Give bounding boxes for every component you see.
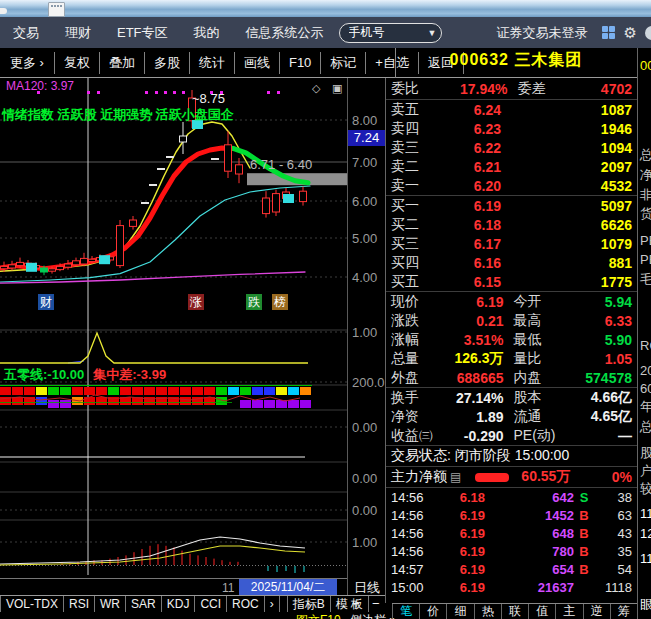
menu-item-1[interactable]: 理财: [52, 17, 104, 48]
chart-badge-3[interactable]: 榜: [272, 294, 288, 310]
bid-row-3-label: 买四: [391, 254, 437, 272]
sentiment-tags: 情绪指数 活跃股 近期强势 活跃小盘国企: [2, 106, 234, 124]
main-menu-bar: 交易理财ETF专区我的信息系统公示 ▼ 证券交易未登录 ⚙: [0, 17, 651, 48]
ask-row-3-volume: 2097: [501, 159, 632, 175]
apps-grid-icon[interactable]: [602, 26, 615, 39]
ask-row-1: 卖四6.231946: [386, 119, 637, 138]
chart-badge-2[interactable]: 跌: [246, 294, 262, 310]
stat-row-0-label1: 现价: [391, 293, 437, 311]
stat-row-2-value2: 5.90: [566, 332, 633, 348]
ask-row-0: 卖五6.241087: [386, 100, 637, 119]
weibi-label: 委比: [391, 80, 437, 98]
phone-dropdown-icon[interactable]: ▼: [428, 28, 437, 38]
phone-number-input[interactable]: [339, 23, 442, 43]
split-window-icon[interactable]: ▣: [332, 82, 342, 95]
stat-row-4-label2: 内盘: [514, 369, 566, 387]
tick-price: 6.19: [435, 508, 485, 523]
stat-row-1-value1: 0.21: [437, 313, 504, 329]
indicator-tab-ROC[interactable]: ROC: [227, 596, 265, 612]
fin-row-0-value1: 27.14%: [437, 390, 504, 406]
indicator-tab-RSI[interactable]: RSI: [64, 596, 95, 612]
indicator-tab-KDJ[interactable]: KDJ: [162, 596, 196, 612]
indicator-tab-SAR[interactable]: SAR: [126, 596, 162, 612]
more-button[interactable]: 更多 ›: [0, 54, 54, 72]
toolbar-button-6[interactable]: 标记: [320, 52, 365, 74]
tick-tab-4[interactable]: 联: [501, 604, 528, 619]
tick-price: 6.18: [435, 490, 485, 505]
bid-row-2-price: 6.17: [437, 236, 501, 252]
menu-item-3[interactable]: 我的: [181, 17, 233, 48]
ask-row-3-price: 6.21: [437, 159, 501, 175]
chart-badge-0[interactable]: 财: [38, 294, 54, 310]
list-icon[interactable]: ▤: [450, 470, 461, 484]
indicator-tab-模板[interactable]: 模 板: [331, 596, 369, 612]
ask-row-2: 卖三6.221094: [386, 138, 637, 157]
right-strip-item-17: 12: [640, 526, 651, 541]
bid-row-0-volume: 5097: [501, 198, 632, 214]
gear-icon[interactable]: ⚙: [624, 24, 637, 42]
indicator-tab-WR[interactable]: WR: [95, 596, 126, 612]
stat-row-1-value2: 6.33: [566, 313, 633, 329]
right-strip-item-16: 11: [640, 506, 651, 521]
bid-row-0-price: 6.19: [437, 198, 501, 214]
login-status[interactable]: 证券交易未登录: [497, 24, 588, 42]
ask-row-4: 卖一6.204532: [386, 176, 637, 195]
indicator-tab-CCI[interactable]: CCI: [195, 596, 227, 612]
ask-row-4-price: 6.20: [437, 178, 501, 194]
fin-row-2-value2: —: [566, 428, 633, 444]
kline-chart-canvas[interactable]: [0, 78, 347, 578]
tick-row-1: 14:566.191452B63: [386, 506, 637, 524]
indicator-tab-指标B[interactable]: 指标B: [287, 596, 331, 612]
range-annotation: 6.71 - 6.40: [250, 157, 312, 172]
date-axis: 11 2025/11/04/二: [0, 578, 347, 595]
stock-name: 三木集团: [514, 51, 582, 68]
menu-item-0[interactable]: 交易: [0, 17, 52, 48]
toolbar-button-4[interactable]: 画线: [234, 52, 279, 74]
toolbar-button-1[interactable]: 叠加: [99, 52, 144, 74]
axis-label-1: 7.00: [352, 155, 377, 170]
diamond-tool-icon[interactable]: ◇: [312, 82, 320, 95]
tick-tab-6[interactable]: 主: [555, 604, 582, 619]
zoom-out-button[interactable]: −: [372, 596, 380, 611]
tick-tab-2[interactable]: 细: [446, 604, 473, 619]
tick-tab-3[interactable]: 热: [474, 604, 501, 619]
tick-tab-0[interactable]: 笔: [392, 604, 419, 619]
right-strip-item-13: 股: [640, 444, 651, 462]
toolbar-button-0[interactable]: 复权: [54, 52, 99, 74]
tdx-stock-app-window: 交易理财ETF专区我的信息系统公示 ▼ 证券交易未登录 ⚙ 更多 › 复权叠加多…: [0, 0, 651, 619]
bid-row-2-label: 买三: [391, 235, 437, 253]
bid-row-4-label: 买五: [391, 273, 437, 291]
tick-tab-7[interactable]: 逆: [583, 604, 610, 619]
ask-row-4-volume: 4532: [501, 178, 632, 194]
right-strip-item-4: 货: [640, 205, 651, 223]
edge-tab-眼[interactable]: 眼: [640, 596, 651, 614]
tick-row-2: 14:566.19648B43: [386, 524, 637, 542]
right-strip-item-9: 20: [640, 363, 651, 378]
right-strip-item-10: 60: [640, 381, 651, 396]
tick-count: 35: [594, 544, 632, 559]
f10-link[interactable]: 图文F10: [296, 612, 341, 619]
chart-badge-1[interactable]: 涨: [188, 294, 204, 310]
right-strip-item-7: 毛: [640, 271, 651, 289]
document-icon[interactable]: [48, 2, 65, 17]
menu-item-4[interactable]: 信息系统公示: [233, 17, 337, 48]
tick-tab-1[interactable]: 价: [419, 604, 446, 619]
stat-row-1: 涨跌0.21最高6.33: [386, 311, 637, 330]
toolbar-button-5[interactable]: F10: [279, 52, 320, 74]
tick-tab-5[interactable]: 值: [528, 604, 555, 619]
tick-time: 14:56: [391, 508, 435, 523]
bid-row-4-volume: 1775: [501, 274, 632, 290]
toolbar-button-3[interactable]: 统计: [189, 52, 234, 74]
clipped-avatar-icon[interactable]: [645, 26, 651, 40]
indicator-tab-›[interactable]: ›: [265, 596, 280, 612]
sidebar-link[interactable]: 侧边栏 »: [350, 612, 396, 619]
ask-row-1-label: 卖四: [391, 120, 437, 138]
indicator-tab-VOL-TDX[interactable]: VOL-TDX: [0, 596, 64, 612]
stat-row-1-label1: 涨跌: [391, 312, 437, 330]
tick-price: 6.19: [435, 544, 485, 559]
menu-item-2[interactable]: ETF专区: [104, 17, 181, 48]
toolbar-button-2[interactable]: 多股: [144, 52, 189, 74]
zoom-in-button[interactable]: +: [352, 596, 360, 611]
tick-tab-8[interactable]: 筹: [610, 604, 637, 619]
fin-row-1-label1: 净资: [391, 408, 437, 426]
